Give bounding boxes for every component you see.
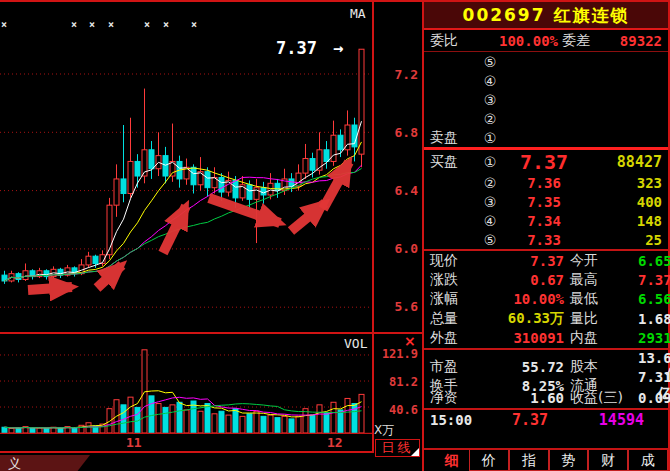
weicha-value: 89322 — [604, 33, 662, 49]
tab-trend[interactable]: 势 — [549, 450, 589, 471]
stat-label: 净资 — [430, 389, 478, 407]
order-book-panel: 002697 红旗连锁 委比 100.00% 委差 89322 ⑤ ④ ③ ② — [422, 0, 670, 471]
panel-tabs: 细 价 指 势 财 成 — [424, 448, 668, 471]
ma-indicator-label: MA — [350, 6, 366, 21]
annotation-arrow — [97, 265, 122, 288]
stat-label: 最低 — [564, 290, 638, 308]
ask-row-3[interactable]: ③ — [424, 90, 668, 109]
time-axis: 11 12 — [0, 433, 372, 451]
ex-rights-marks-row: ××××××× — [0, 2, 372, 42]
period-label: 日线 — [382, 440, 414, 455]
ex-rights-mark-icon: × — [1, 19, 7, 30]
bid-row-4[interactable]: ④ 7.34 148 — [424, 211, 668, 230]
bid-3-volume: 400 — [582, 194, 662, 210]
stat-label: 内盘 — [564, 329, 638, 347]
annotation-arrow — [323, 162, 349, 209]
ask-5-badge: ⑤ — [474, 54, 506, 70]
axis-bottom-border — [0, 451, 374, 453]
weicha-label: 委差 — [558, 32, 604, 50]
tick-volume: 14594 — [566, 411, 658, 429]
stat-label: 今开 — [564, 252, 638, 270]
volume-unit-label: X万 — [374, 422, 394, 439]
stock-trading-app-window: ××××××× MA 7.37 → VOL 7.2 6.8 6.4 6.0 5.… — [0, 0, 670, 471]
stat-row-pe: 市盈 55.72 股本 13.60亿 — [424, 350, 668, 369]
stat-label: 涨跌 — [430, 271, 478, 289]
chart-region: ××××××× MA 7.37 → VOL 7.2 6.8 6.4 6.0 5.… — [0, 0, 422, 471]
ask-row-4[interactable]: ④ — [424, 71, 668, 90]
tick-time: 15:00 — [430, 412, 494, 428]
sell-side-label: 卖盘 — [430, 129, 474, 147]
tab-index[interactable]: 指 — [509, 450, 549, 471]
ask-row-2[interactable]: ② — [424, 109, 668, 128]
tab-deals[interactable]: 成 — [628, 450, 668, 471]
tab-detail[interactable]: 细 — [434, 450, 469, 471]
bid-4-price: 7.34 — [506, 213, 582, 229]
tab-price[interactable]: 价 — [469, 450, 509, 471]
bid-1-badge: ① — [474, 154, 506, 170]
ex-rights-mark-icon: × — [163, 19, 169, 30]
weibi-value: 100.00% — [472, 33, 558, 49]
bid-row-1[interactable]: 买盘 ① 7.37 88427 — [424, 150, 668, 173]
stat-row-turnover: 换手 8.25% 流通 7.31亿 — [424, 369, 668, 388]
stat-value: 10.00% — [478, 291, 564, 307]
bid-row-2[interactable]: ② 7.36 323 — [424, 173, 668, 192]
stat-row-outer-inner: 外盘 310091 内盘 293191 — [424, 329, 668, 348]
bottom-left-tab[interactable]: 义 — [0, 455, 90, 471]
stat-label: 收益(三) — [564, 389, 638, 407]
stat-label: 总量 — [430, 310, 478, 328]
volume-axis-tick: 81.2 — [372, 375, 418, 389]
bid-1-volume: 88427 — [582, 153, 662, 171]
commission-ratio-row: 委比 100.00% 委差 89322 — [424, 30, 668, 52]
stat-value: 293191 — [638, 330, 670, 346]
weibi-label: 委比 — [430, 32, 472, 50]
ask-3-badge: ③ — [474, 92, 506, 108]
bid-4-volume: 148 — [582, 213, 662, 229]
stock-title: 002697 红旗连锁 — [424, 0, 668, 30]
annotation-arrow — [28, 287, 72, 290]
bid-3-badge: ③ — [474, 194, 506, 210]
bid-2-badge: ② — [474, 175, 506, 191]
stat-row-navps: 净资 1.60 收益(三) 0.099 — [424, 389, 668, 408]
bid-row-5[interactable]: ⑤ 7.33 25 — [424, 230, 668, 249]
stat-label: 外盘 — [430, 329, 478, 347]
stat-label: 现价 — [430, 252, 478, 270]
stat-value: 0.67 — [478, 272, 564, 288]
month-label: 11 — [126, 435, 142, 450]
ex-rights-mark-icon: × — [89, 19, 95, 30]
bid-2-price: 7.36 — [506, 175, 582, 191]
stat-value: 7.37 — [638, 272, 670, 288]
volume-axis-tick: 40.6 — [372, 403, 418, 417]
stat-value: 6.56 — [638, 291, 670, 307]
price-axis-tick: 6.8 — [374, 125, 418, 140]
stat-value: 1.60 — [478, 390, 564, 406]
stat-value: 1.68 — [638, 311, 670, 327]
ask-row-5[interactable]: ⑤ — [424, 52, 668, 71]
bid-row-3[interactable]: ③ 7.35 400 — [424, 192, 668, 211]
annotation-arrow — [209, 198, 280, 223]
right-arrow-icon: → — [333, 38, 343, 58]
ex-rights-mark-icon: × — [144, 19, 150, 30]
latest-price-tag: 7.37 → — [276, 38, 343, 58]
ex-rights-mark-icon: × — [191, 19, 197, 30]
stat-value: 310091 — [478, 330, 564, 346]
ex-rights-mark-icon: × — [108, 19, 114, 30]
ask-row-1[interactable]: 卖盘 ① — [424, 128, 668, 147]
tab-finance[interactable]: 财 — [588, 450, 628, 471]
period-selector[interactable]: 日线 — [375, 439, 420, 457]
stat-value: 0.099 — [638, 390, 670, 406]
ask-4-badge: ④ — [474, 73, 506, 89]
month-label: 12 — [327, 435, 343, 450]
latest-price-value: 7.37 — [276, 38, 317, 58]
volume-chart[interactable] — [0, 334, 372, 434]
ask-1-badge: ① — [474, 130, 506, 146]
resize-grip-icon[interactable] — [411, 448, 419, 456]
bottom-left-tab-label: 义 — [8, 456, 21, 471]
stat-label: 量比 — [564, 310, 638, 328]
bid-5-volume: 25 — [582, 232, 662, 248]
bid-1-price: 7.37 — [506, 150, 582, 174]
tick-price: 7.37 — [494, 411, 566, 429]
stat-value: 6.65 — [638, 253, 670, 269]
stat-row-change: 涨跌 0.67 最高 7.37 — [424, 270, 668, 289]
price-axis-tick: 6.0 — [374, 241, 418, 256]
bid-4-badge: ④ — [474, 213, 506, 229]
